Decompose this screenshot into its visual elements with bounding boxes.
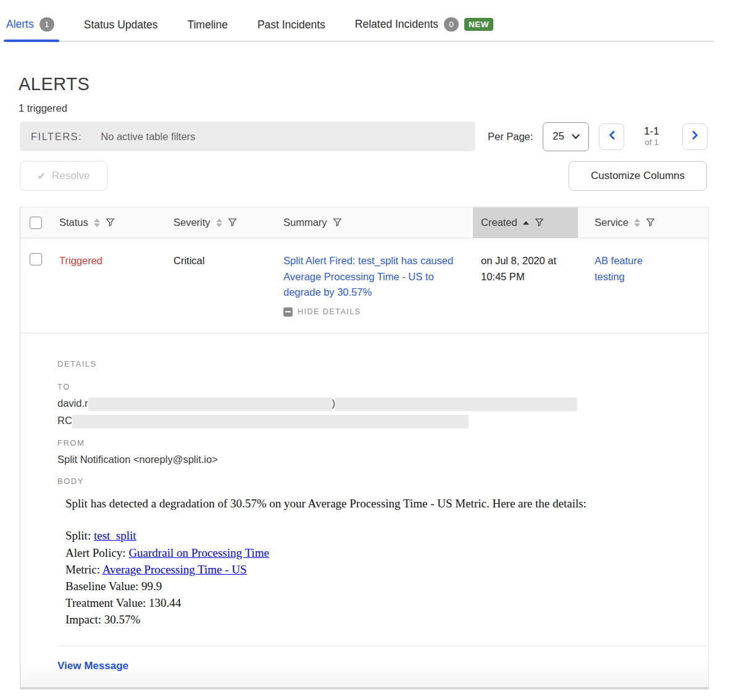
- filters-label: FILTERS:: [31, 131, 82, 143]
- column-header-created: Created: [473, 207, 578, 238]
- summary-cell: Split Alert Fired: test_split has caused…: [275, 238, 473, 333]
- check-icon: ✔: [38, 170, 46, 182]
- tab-label: Past Incidents: [257, 19, 325, 31]
- metric-link[interactable]: Average Processing Time - US: [102, 563, 247, 576]
- sort-icon[interactable]: [94, 219, 100, 227]
- page-range-value: 1-1: [629, 125, 674, 138]
- column-label[interactable]: Summary: [283, 217, 327, 228]
- customize-columns-button[interactable]: Customize Columns: [569, 161, 707, 191]
- chevron-left-icon: [609, 131, 615, 142]
- split-link[interactable]: test_split: [94, 529, 136, 542]
- field-baseline-value: Baseline Value: 99.9: [65, 578, 706, 594]
- tab-related-incidents[interactable]: Related Incidents 0 NEW: [354, 16, 495, 41]
- alerts-count-badge: 1: [40, 17, 54, 31]
- created-value: on Jul 8, 2020 at 10:45 PM: [481, 253, 574, 285]
- minus-icon: [283, 307, 293, 317]
- hide-details-label: HIDE DETAILS: [298, 306, 361, 318]
- alerts-table: Status Severity Summary Created Service: [20, 207, 709, 690]
- sort-icon[interactable]: [634, 219, 640, 227]
- tab-alerts[interactable]: Alerts 1: [5, 16, 56, 41]
- tab-label: Alerts: [6, 18, 34, 31]
- row-checkbox-cell: [20, 238, 51, 333]
- from-label: FROM: [57, 438, 706, 448]
- page-title: ALERTS: [19, 74, 752, 94]
- triggered-count: 1 triggered: [19, 102, 752, 114]
- column-label[interactable]: Service: [595, 217, 629, 228]
- select-all-checkbox[interactable]: [30, 217, 42, 229]
- hide-details-toggle[interactable]: HIDE DETAILS: [283, 306, 473, 318]
- redaction-box: [72, 415, 469, 428]
- column-header-status: Status: [51, 207, 165, 238]
- column-header-summary: Summary: [275, 207, 473, 238]
- view-message-link[interactable]: View Message: [57, 660, 128, 672]
- tab-label: Status Updates: [84, 19, 158, 31]
- filters-status: No active table filters: [101, 131, 195, 143]
- field-alert-policy: Alert Policy: Guardrail on Processing Ti…: [65, 545, 706, 561]
- from-value: Split Notification <noreply@split.io>: [57, 454, 706, 465]
- column-label[interactable]: Severity: [173, 217, 211, 228]
- to-label: TO: [57, 382, 706, 391]
- details-divider: [57, 646, 706, 646]
- status-value: Triggered: [59, 255, 102, 266]
- sort-asc-icon[interactable]: [523, 221, 529, 225]
- email-body-intro: Split has detected a degradation of 30.5…: [65, 496, 706, 512]
- page-range: 1-1 of 1: [629, 125, 674, 147]
- field-treatment-value: Treatment Value: 130.44: [65, 595, 706, 611]
- tab-bar: Alerts 1 Status Updates Timeline Past In…: [5, 16, 714, 42]
- per-page-label: Per Page:: [488, 131, 533, 143]
- field-impact: Impact: 30.57%: [65, 612, 706, 628]
- controls-row: FILTERS: No active table filters Per Pag…: [20, 122, 752, 151]
- column-label[interactable]: Status: [59, 217, 88, 228]
- column-label[interactable]: Created: [481, 217, 517, 228]
- resolve-button[interactable]: ✔ Resolve: [20, 161, 107, 191]
- filter-icon[interactable]: [333, 218, 342, 227]
- to-recipients-line2: RC: [57, 415, 706, 428]
- customize-columns-label: Customize Columns: [591, 170, 685, 182]
- email-body-fields: Split: test_split Alert Policy: Guardrai…: [65, 528, 706, 628]
- filter-icon[interactable]: [535, 218, 544, 227]
- tab-past-incidents[interactable]: Past Incidents: [256, 17, 327, 41]
- table-header: Status Severity Summary Created Service: [20, 207, 708, 238]
- filters-bar[interactable]: FILTERS: No active table filters: [20, 122, 475, 151]
- alert-details-panel: DETAILS TO david.r) RC FROM Split Notifi…: [20, 333, 708, 687]
- redaction-box: [335, 398, 577, 411]
- prev-page-button[interactable]: [599, 123, 624, 150]
- field-split: Split: test_split: [65, 528, 706, 544]
- header-checkbox-cell: [20, 207, 51, 238]
- column-header-severity: Severity: [165, 207, 275, 238]
- created-cell: on Jul 8, 2020 at 10:45 PM: [473, 238, 578, 333]
- resolve-label: Resolve: [52, 170, 90, 182]
- filter-icon[interactable]: [228, 218, 237, 227]
- row-checkbox[interactable]: [30, 253, 42, 265]
- tab-label: Timeline: [187, 19, 227, 31]
- table-row: Triggered Critical Split Alert Fired: te…: [20, 238, 708, 333]
- service-link[interactable]: AB feature testing: [595, 253, 659, 285]
- severity-value: Critical: [173, 255, 204, 266]
- alert-policy-link[interactable]: Guardrail on Processing Time: [128, 546, 269, 559]
- body-label: BODY: [57, 477, 706, 486]
- pagination: Per Page: 25 1-1 of 1: [488, 122, 708, 151]
- next-page-button[interactable]: [682, 123, 708, 150]
- new-badge: NEW: [464, 18, 493, 31]
- field-metric: Metric: Average Processing Time - US: [65, 562, 706, 578]
- tab-timeline[interactable]: Timeline: [186, 17, 228, 41]
- service-cell: AB feature testing: [578, 238, 708, 333]
- sort-icon[interactable]: [216, 219, 222, 227]
- chevron-down-icon: [572, 130, 580, 143]
- status-cell: Triggered: [51, 238, 165, 333]
- redaction-box: [88, 398, 332, 411]
- filter-icon[interactable]: [646, 218, 655, 227]
- severity-cell: Critical: [165, 238, 275, 333]
- column-header-service: Service: [578, 207, 708, 238]
- related-incidents-count-badge: 0: [444, 17, 459, 31]
- actions-row: ✔ Resolve Customize Columns: [20, 161, 707, 191]
- per-page-value: 25: [553, 130, 564, 143]
- tab-label: Related Incidents: [355, 18, 438, 31]
- chevron-right-icon: [692, 131, 698, 142]
- summary-link[interactable]: Split Alert Fired: test_split has caused…: [283, 253, 461, 301]
- to-recipients-line1: david.r): [57, 398, 706, 411]
- filter-icon[interactable]: [106, 218, 115, 227]
- tab-status-updates[interactable]: Status Updates: [83, 17, 159, 41]
- page-range-total: of 1: [629, 138, 674, 148]
- per-page-select[interactable]: 25: [543, 122, 589, 151]
